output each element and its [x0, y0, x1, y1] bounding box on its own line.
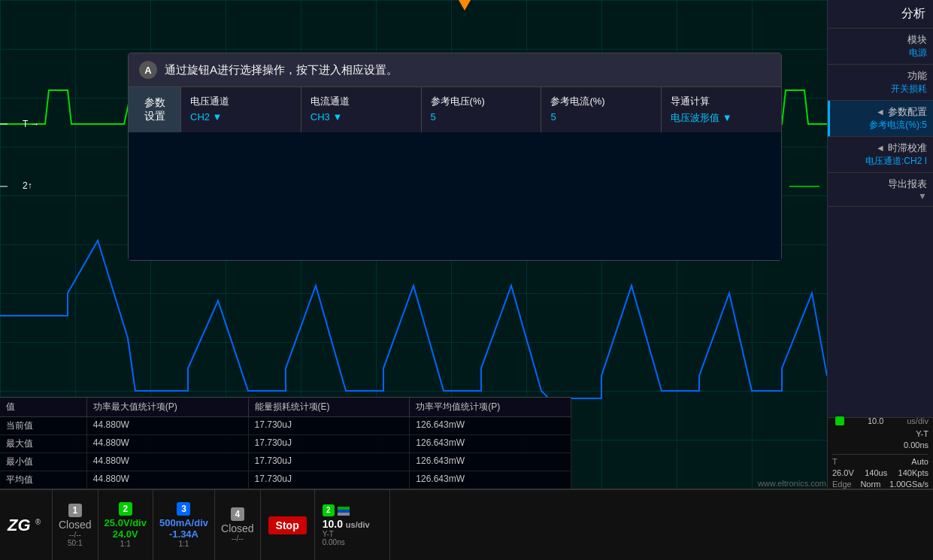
td-label: 最大值 [0, 435, 87, 453]
info-div-unit: us/div [907, 416, 928, 427]
info-ch2-div: 10.0 [868, 416, 883, 427]
sidebar-item-param-config[interactable]: ◄ 参数配置 参考电流(%):5 [828, 101, 933, 137]
ch4-sub: --/-- [232, 534, 244, 543]
td-label: 平均值 [0, 471, 87, 489]
param-label-col: 参数设置 [129, 87, 181, 132]
info-edge-key: Edge [832, 480, 852, 489]
sidebar-sub-module: 电源 [834, 47, 927, 59]
ch2-number: 2 [119, 502, 132, 516]
td-p-max: 44.880W [87, 471, 249, 489]
info-row-ch2: 10.0 us/div [832, 416, 928, 427]
info-v-val: 26.0V [832, 468, 854, 477]
col-e-loss: 能量损耗统计项(E) [249, 398, 410, 416]
bottom-right-info: 10.0 us/div Y-T 0.00ns T Auto 26.0V 140u… [827, 417, 933, 489]
sidebar-sub-function: 开关损耗 [834, 83, 927, 95]
channel-4-block[interactable]: 4 Closed --/-- [215, 490, 261, 560]
table-row: 平均值 44.880W 17.730uJ 126.643mW [0, 471, 571, 489]
ch1-ratio: 50:1 [68, 539, 82, 547]
t-marker: T → [23, 119, 39, 129]
tb-div-display: 10.0 us/div [323, 518, 382, 530]
tb-channel-bars [338, 507, 350, 516]
ch1-sub: --/-- [69, 531, 81, 539]
param-conduction-calc-value: 电压波形值 ▼ [671, 111, 772, 125]
dialog-icon: A [139, 61, 157, 79]
info-mode-val: Y-T [916, 429, 928, 438]
tb-offset: 0.00ns [323, 538, 382, 546]
ch4-number: 4 [231, 507, 244, 521]
ch3-number: 3 [177, 502, 190, 516]
td-e-loss: 17.730uJ [249, 417, 410, 434]
param-current-channel[interactable]: 电流通道 CH3 ▼ [301, 87, 422, 132]
param-ref-voltage-title: 参考电压(%) [431, 95, 532, 108]
sidebar-item-export[interactable]: 导出报表 ▼ [828, 173, 933, 207]
td-e-loss: 17.730uJ [249, 471, 410, 489]
stop-button[interactable]: Stop [268, 516, 307, 534]
td-e-loss: 17.730uJ [249, 453, 410, 471]
td-label: 当前值 [0, 417, 87, 434]
sidebar-label-param-config: 参数配置 [888, 105, 927, 119]
td-p-avg: 126.643mW [410, 417, 571, 434]
ch2-div: 25.0V/div [105, 517, 147, 528]
data-table: 值 功率最大值统计项(P) 能量损耗统计项(E) 功率平均值统计项(P) 当前值… [0, 397, 571, 489]
dialog-params: 参数设置 电压通道 CH2 ▼ 电流通道 CH3 ▼ 参考电压(%) 5 参考电… [129, 87, 781, 132]
tb-mode: Y-T [323, 530, 382, 538]
ch4-status: Closed [221, 522, 254, 534]
td-p-avg: 126.643mW [410, 471, 571, 489]
control-area[interactable]: Stop [261, 490, 315, 560]
logo-registered: ® [35, 517, 41, 525]
ch2-ratio: 1:1 [120, 540, 131, 548]
param-voltage-channel[interactable]: 电压通道 CH2 ▼ [181, 87, 301, 132]
param-current-channel-title: 电流通道 [310, 95, 412, 108]
sidebar-label-function: 功能 [834, 69, 927, 83]
param-cols: 电压通道 CH2 ▼ 电流通道 CH3 ▼ 参考电压(%) 5 参考电流(%) … [181, 87, 781, 132]
info-row-offset: 0.00ns [832, 440, 928, 450]
param-ref-current[interactable]: 参考电流(%) 5 [541, 87, 662, 132]
info-kpts: 140Kpts [898, 468, 928, 477]
sidebar-item-function[interactable]: 功能 开关损耗 [828, 65, 933, 101]
param-ref-current-title: 参考电流(%) [550, 95, 652, 108]
dialog-title: 通过旋钮A进行选择操作，按下进入相应设置。 [165, 63, 398, 77]
channel-2-block[interactable]: 2 25.0V/div 24.0V 1:1 [98, 490, 153, 560]
param-ref-voltage[interactable]: 参考电压(%) 5 [422, 87, 542, 132]
two-marker: 2↑ [23, 180, 32, 191]
col-p-avg: 功率平均值统计项(P) [410, 398, 571, 416]
sidebar-sub-time-calibrate: 电压通道:CH2 I [834, 155, 927, 168]
right-panel: 分析 模块 电源 功能 开关损耗 ◄ 参数配置 参考电流(%):5 ◄ 时滞校准… [827, 0, 933, 489]
table-row: 当前值 44.880W 17.730uJ 126.643mW [0, 417, 571, 435]
param-conduction-calc[interactable]: 导通计算 电压波形值 ▼ [662, 87, 781, 132]
sidebar-label-module: 模块 [834, 33, 927, 47]
param-current-channel-value: CH3 ▼ [310, 111, 412, 123]
td-p-max: 44.880W [87, 453, 249, 471]
info-t-auto: Auto [911, 457, 928, 466]
watermark: www.eltronics.com [758, 479, 826, 488]
oscilloscope-display: T → 2↑ 3↑ 值 功率最大值统计项(P) 能量损耗统计项(E) 功率平均值… [0, 0, 827, 489]
param-conduction-calc-title: 导通计算 [671, 95, 772, 108]
info-row-t: T Auto [832, 457, 928, 466]
sidebar-item-module[interactable]: 模块 电源 [828, 29, 933, 65]
info-row-mode: Y-T [832, 429, 928, 438]
channel-3-block[interactable]: 3 500mA/div -1.34A 1:1 [153, 490, 215, 560]
ch3-value: -1.34A [169, 528, 198, 540]
table-row: 最大值 44.880W 17.730uJ 126.643mW [0, 435, 571, 453]
sidebar-item-time-calibrate[interactable]: ◄ 时滞校准 电压通道:CH2 I [828, 137, 933, 173]
right-panel-title: 分析 [828, 0, 933, 29]
tb-ch2-indicator: 2 [323, 504, 335, 516]
info-offset-val: 0.00ns [904, 440, 928, 450]
channel-1-block[interactable]: 1 Closed --/-- 50:1 [53, 490, 98, 560]
info-norm: Norm [860, 480, 880, 489]
info-t-val: 140us [865, 468, 887, 477]
param-ref-current-value: 5 [550, 111, 652, 123]
dialog-header: A 通过旋钮A进行选择操作，按下进入相应设置。 [129, 53, 781, 87]
table-body: 当前值 44.880W 17.730uJ 126.643mW 最大值 44.88… [0, 417, 571, 489]
td-p-max: 44.880W [87, 435, 249, 453]
ch2-value: 24.0V [113, 528, 138, 540]
info-row-voltage: 26.0V 140us 140Kpts [832, 468, 928, 477]
param-dialog[interactable]: A 通过旋钮A进行选择操作，按下进入相应设置。 参数设置 电压通道 CH2 ▼ … [128, 53, 782, 261]
col-p-max: 功率最大值统计项(P) [87, 398, 249, 416]
param-voltage-channel-title: 电压通道 [190, 95, 292, 108]
sidebar-label-time-calibrate: 时滞校准 [888, 141, 927, 155]
td-p-avg: 126.643mW [410, 435, 571, 453]
ch3-div: 500mA/div [159, 517, 208, 528]
param-config-arrow: ◄ [876, 107, 885, 117]
ch1-number: 1 [68, 504, 82, 517]
